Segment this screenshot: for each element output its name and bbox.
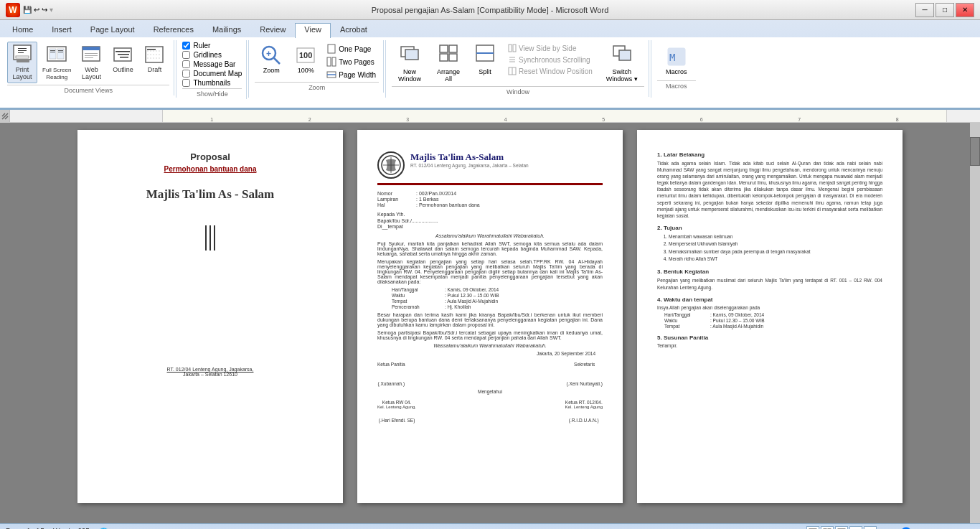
- outline-button[interactable]: Outline: [108, 42, 138, 76]
- tab-page-layout[interactable]: Page Layout: [81, 23, 144, 37]
- svg-rect-16: [85, 55, 98, 56]
- svg-rect-32: [328, 45, 335, 53]
- status-web-layout-btn[interactable]: [835, 526, 848, 530]
- svg-rect-14: [83, 47, 100, 50]
- status-draft-btn[interactable]: [864, 526, 877, 530]
- svg-rect-50: [619, 50, 631, 60]
- svg-rect-34: [332, 57, 336, 66]
- message-bar-checkbox-item[interactable]: Message Bar: [182, 60, 242, 68]
- web-layout-icon: [80, 44, 103, 67]
- s4-waktu-val: : Pukul 12.30 – 15.00 WIB: [710, 318, 765, 323]
- svg-rect-41: [440, 54, 448, 61]
- two-pages-button[interactable]: Two Pages: [324, 56, 379, 67]
- ruler-mark-6: 6: [700, 117, 703, 122]
- page-width-button[interactable]: Page Width: [324, 69, 379, 80]
- full-screen-button[interactable]: Full ScreenReading: [39, 42, 75, 83]
- gridlines-checkbox-item[interactable]: Gridlines: [182, 51, 242, 59]
- tab-mailings[interactable]: Mailings: [203, 23, 250, 37]
- document-map-checkbox-item[interactable]: Document Map: [182, 70, 242, 78]
- zoom-100-icon: 100: [294, 44, 317, 67]
- document-map-label: Document Map: [193, 70, 242, 78]
- zoom-button[interactable]: + Zoom: [255, 42, 288, 76]
- section-5: 5. Susunan Panitia Terlampir.: [657, 334, 882, 348]
- status-print-layout-btn[interactable]: [806, 526, 819, 530]
- print-layout-icon: [11, 44, 34, 67]
- arrange-all-button[interactable]: ArrangeAll: [430, 42, 466, 85]
- tujuan-3: Memaksimalkan sumber daya pada perempua …: [669, 248, 882, 256]
- svg-rect-46: [513, 45, 516, 52]
- svg-rect-17: [85, 57, 93, 58]
- lampiran-value: : 1 Berkas: [416, 197, 439, 202]
- letter-body1: Puji Syukur, marilah kita panjatkan keha…: [377, 241, 603, 256]
- zoom-icon: +: [260, 44, 283, 67]
- new-window-icon: [400, 44, 419, 67]
- thumbnails-checkbox-item[interactable]: Thumbnails: [182, 79, 242, 87]
- tab-insert[interactable]: Insert: [42, 23, 81, 37]
- close-button[interactable]: ✕: [956, 3, 974, 17]
- status-outline-btn[interactable]: [849, 526, 862, 530]
- svg-rect-2: [16, 56, 29, 58]
- web-layout-button[interactable]: WebLayout: [76, 42, 106, 83]
- nomor-row: Nomor : 002/Pan.IX/2014: [377, 191, 603, 196]
- zoom-out-button[interactable]: −: [882, 527, 888, 530]
- section-3-heading: 3. Bentuk Kegiatan: [657, 268, 882, 275]
- macros-content: M Macros: [657, 42, 696, 79]
- sign-ketua-rw: Ketua RW 04. Kel. Lenteng Agung. (.Hari …: [377, 400, 416, 423]
- tab-view[interactable]: View: [295, 23, 331, 38]
- synchronous-scrolling-button[interactable]: Synchronous Scrolling: [505, 55, 595, 65]
- view-side-by-side-label: View Side by Side: [519, 45, 576, 52]
- zoom-100-button[interactable]: 100 100%: [289, 42, 322, 76]
- letter-event: Hari/Tanggal : Kamis, 09 Oktober, 2014 W…: [392, 287, 603, 309]
- tujuan-2: Memperserat Ukhuwah Islamiyah: [669, 240, 882, 248]
- document-map-checkbox[interactable]: [182, 70, 190, 78]
- letter-signature-2: Ketua RW 04. Kel. Lenteng Agung. (.Hari …: [377, 400, 603, 423]
- thumbnails-checkbox[interactable]: [182, 79, 190, 87]
- letter-body2: Merupakan kegiatan pengajian yang setiap…: [377, 259, 603, 284]
- svg-rect-15: [85, 53, 98, 54]
- tab-references[interactable]: References: [144, 23, 203, 37]
- sign-sekretaris: Sekretaris (.Xeni Nurbayati.): [566, 362, 603, 386]
- zoom-content: + Zoom 100 100%: [255, 42, 379, 80]
- reset-window-position-button[interactable]: Reset Window Position: [505, 66, 595, 76]
- split-button[interactable]: Split: [469, 42, 501, 78]
- tab-acrobat[interactable]: Acrobat: [331, 23, 377, 37]
- di-label: Di__tempat: [377, 224, 603, 229]
- page-2: Majlis Ta'lim As-Salam RT. 012/04 Lenten…: [357, 130, 623, 503]
- one-page-button[interactable]: One Page: [324, 43, 379, 55]
- view-mode-icons: [806, 526, 877, 530]
- macros-button[interactable]: M Macros: [657, 42, 696, 79]
- switch-windows-button[interactable]: SwitchWindows ▾: [600, 42, 644, 85]
- zoom-slider-input[interactable]: [891, 527, 948, 530]
- ruler-checkbox[interactable]: [182, 42, 190, 50]
- view-side-by-side-button[interactable]: View Side by Side: [505, 43, 595, 53]
- one-page-label: One Page: [339, 45, 371, 53]
- hal-row: Hal : Permohonan bantuan dana: [377, 202, 603, 207]
- status-full-screen-btn[interactable]: [821, 526, 834, 530]
- section-2-heading: 2. Tujuan: [657, 225, 882, 231]
- group-macros-label: Macros: [657, 80, 696, 90]
- scrollbar-thumb[interactable]: [970, 137, 980, 166]
- maximize-button[interactable]: □: [936, 3, 954, 17]
- draft-button[interactable]: Draft: [139, 42, 169, 76]
- zoom-in-button[interactable]: +: [951, 527, 957, 530]
- hal-key: Hal: [377, 202, 413, 207]
- letter-header: Majlis Ta'lim As-Salam RT. 012/04 Lenten…: [377, 151, 603, 185]
- arrange-all-label: ArrangeAll: [437, 68, 460, 83]
- ruler-mark-3: 3: [406, 117, 409, 122]
- s4-hari-val: : Kamis, 09 Oktober, 2014: [710, 312, 764, 317]
- event-hari: Hari/Tanggal : Kamis, 09 Oktober, 2014: [392, 287, 603, 292]
- svg-rect-10: [50, 52, 55, 52]
- tab-review[interactable]: Review: [250, 23, 295, 37]
- svg-rect-26: [147, 49, 156, 50]
- ruler-active-area: 1 2 3 4 5 6 7 8: [162, 110, 947, 122]
- tab-home[interactable]: Home: [3, 23, 42, 37]
- page1-org-name: Majlis Ta'lim As - Salam: [98, 187, 323, 202]
- message-bar-checkbox[interactable]: [182, 60, 190, 68]
- minimize-button[interactable]: ─: [915, 3, 934, 17]
- office-logo[interactable]: W: [6, 3, 20, 17]
- new-window-button[interactable]: NewWindow: [392, 42, 428, 85]
- ruler-checkbox-item[interactable]: Ruler: [182, 42, 242, 50]
- svg-rect-20: [118, 54, 129, 55]
- gridlines-checkbox[interactable]: [182, 51, 190, 59]
- print-layout-button[interactable]: PrintLayout: [7, 42, 37, 83]
